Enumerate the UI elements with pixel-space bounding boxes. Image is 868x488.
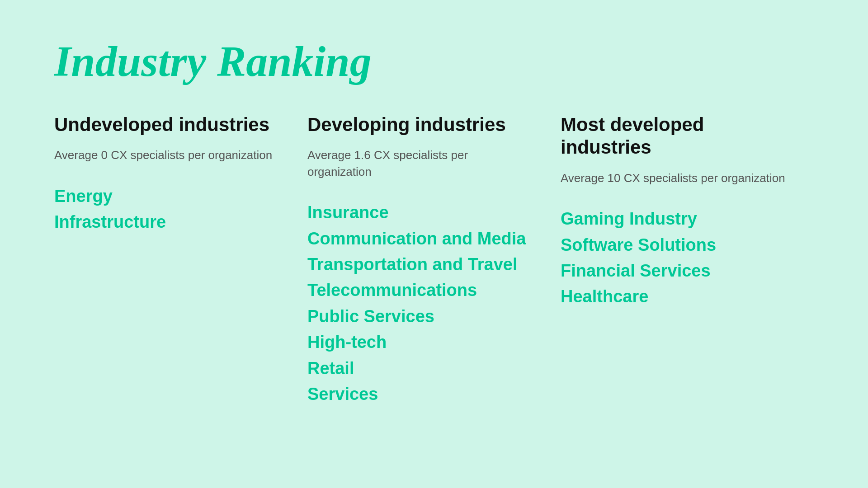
undeveloped-industry-list: Energy Infrastructure <box>54 185 280 234</box>
list-item: Gaming Industry <box>561 208 787 230</box>
list-item: High-tech <box>307 331 533 353</box>
column-developing-subtext: Average 1.6 CX specialists per organizat… <box>307 147 533 180</box>
list-item: Telecommunications <box>307 279 533 301</box>
page-title: Industry Ranking <box>54 36 814 86</box>
list-item: Communication and Media <box>307 228 533 250</box>
list-item: Healthcare <box>561 286 787 308</box>
column-most-developed: Most developed industries Average 10 CX … <box>561 113 814 308</box>
most-developed-industry-list: Gaming Industry Software Solutions Finan… <box>561 208 787 308</box>
column-most-developed-subtext: Average 10 CX specialists per organizati… <box>561 170 787 186</box>
column-undeveloped-subtext: Average 0 CX specialists per organizatio… <box>54 147 280 163</box>
list-item: Financial Services <box>561 260 787 282</box>
list-item: Retail <box>307 357 533 380</box>
page-container: Industry Ranking Undeveloped industries … <box>0 0 868 488</box>
developing-industry-list: Insurance Communication and Media Transp… <box>307 202 533 405</box>
list-item: Insurance <box>307 202 533 224</box>
list-item: Energy <box>54 185 280 207</box>
column-most-developed-heading: Most developed industries <box>561 113 787 159</box>
column-undeveloped: Undeveloped industries Average 0 CX spec… <box>54 113 307 234</box>
list-item: Services <box>307 383 533 405</box>
column-developing: Developing industries Average 1.6 CX spe… <box>307 113 561 405</box>
column-developing-heading: Developing industries <box>307 113 533 136</box>
column-undeveloped-heading: Undeveloped industries <box>54 113 280 136</box>
list-item: Software Solutions <box>561 234 787 256</box>
list-item: Infrastructure <box>54 211 280 233</box>
list-item: Transportation and Travel <box>307 253 533 276</box>
list-item: Public Services <box>307 305 533 328</box>
columns-wrapper: Undeveloped industries Average 0 CX spec… <box>54 113 814 405</box>
